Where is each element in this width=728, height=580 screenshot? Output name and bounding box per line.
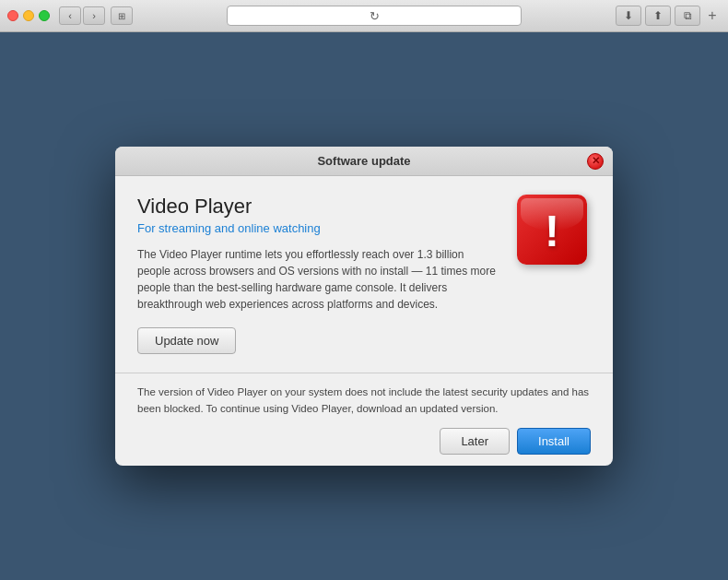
later-button[interactable]: Later: [440, 428, 510, 455]
forward-icon: ›: [92, 10, 96, 21]
address-bar[interactable]: ↻: [227, 6, 522, 26]
alert-icon-box: !: [517, 195, 587, 265]
maximize-window-button[interactable]: [39, 10, 50, 21]
plus-icon: +: [708, 7, 716, 24]
back-button[interactable]: ‹: [59, 6, 81, 25]
modal-title: Software update: [317, 154, 410, 168]
forward-button[interactable]: ›: [83, 6, 105, 25]
browser-content: HLP Software update ✕ Video Player For s…: [0, 32, 728, 580]
app-tagline: For streaming and online watching: [137, 221, 499, 235]
minimize-window-button[interactable]: [23, 10, 34, 21]
alert-icon-container: !: [517, 195, 591, 268]
back-icon: ‹: [68, 10, 72, 21]
close-icon: ✕: [592, 155, 600, 167]
exclamation-icon: !: [545, 209, 559, 254]
nav-buttons: ‹ ›: [59, 6, 105, 25]
modal-actions: Later Install: [137, 428, 591, 455]
share-icon: ⬆: [653, 9, 663, 22]
close-window-button[interactable]: [7, 10, 18, 21]
modal-footer: The version of Video Player on your syst…: [115, 373, 613, 466]
modal-body: Video Player For streaming and online wa…: [115, 176, 613, 373]
software-update-dialog: Software update ✕ Video Player For strea…: [115, 147, 613, 466]
download-icon: ⬇: [624, 9, 633, 22]
browser-toolbar: ‹ › ⊞ ↻ ⬇ ⬆ ⧉ +: [0, 0, 728, 32]
traffic-lights: [7, 10, 50, 21]
tab-button[interactable]: ⧉: [675, 6, 700, 26]
install-button[interactable]: Install: [517, 428, 591, 455]
update-now-button[interactable]: Update now: [137, 327, 236, 354]
sidebar-toggle-button[interactable]: ⊞: [111, 6, 133, 25]
toolbar-right: ⬇ ⬆ ⧉ +: [616, 6, 721, 26]
modal-overlay: Software update ✕ Video Player For strea…: [0, 32, 728, 580]
sidebar-icon: ⊞: [118, 11, 125, 21]
share-button[interactable]: ⬆: [645, 6, 671, 26]
download-button[interactable]: ⬇: [616, 6, 641, 26]
app-description: The Video Player runtime lets you effort…: [137, 246, 499, 313]
modal-close-button[interactable]: ✕: [587, 153, 604, 170]
tab-icon: ⧉: [684, 9, 692, 22]
new-tab-button[interactable]: +: [704, 7, 721, 24]
security-warning-text: The version of Video Player on your syst…: [137, 385, 591, 417]
modal-text-section: Video Player For streaming and online wa…: [137, 195, 499, 354]
modal-titlebar: Software update ✕: [115, 147, 613, 176]
refresh-icon: ↻: [370, 9, 380, 23]
app-name: Video Player: [137, 195, 499, 219]
address-bar-container: ↻: [138, 6, 610, 26]
